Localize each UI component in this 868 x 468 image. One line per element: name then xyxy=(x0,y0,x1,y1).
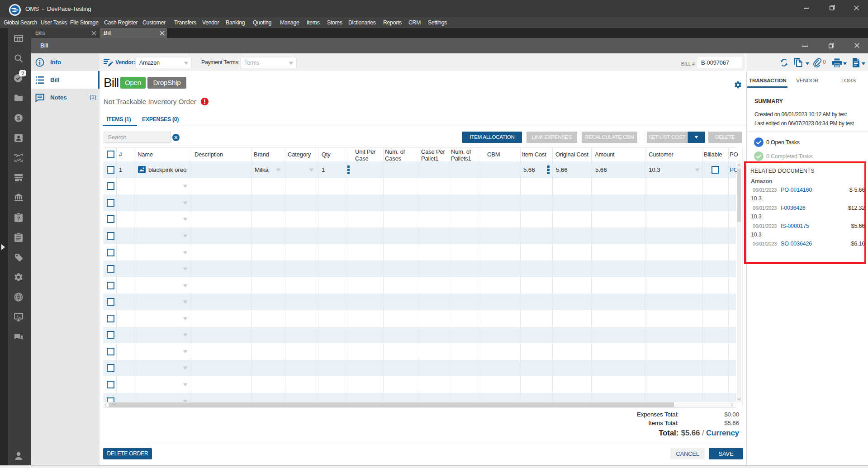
svg-text:$: $ xyxy=(17,115,20,122)
svg-text:?: ? xyxy=(17,216,20,221)
